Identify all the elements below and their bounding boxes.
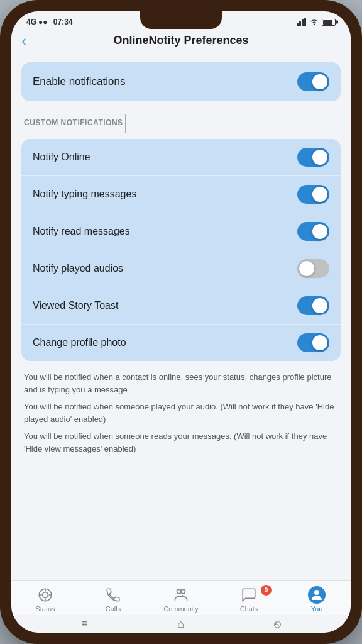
notify-typing-toggle[interactable] <box>297 185 329 204</box>
section-divider <box>125 114 126 133</box>
signal-bars: ●● <box>38 18 48 26</box>
svg-rect-3 <box>304 18 306 26</box>
svg-point-12 <box>181 589 185 594</box>
bottom-nav: Status Calls <box>11 580 351 615</box>
home-indicator: ≡ ⌂ ⎋ <box>11 615 351 633</box>
chats-label: Chats <box>240 605 258 613</box>
notify-online-label: Notify Online <box>33 152 90 163</box>
description-audio: You will be notified when someone played… <box>21 401 341 425</box>
notify-read-toggle[interactable] <box>297 222 329 241</box>
nav-item-you[interactable]: You <box>283 586 351 613</box>
status-label: Status <box>35 605 55 613</box>
svg-point-6 <box>43 592 48 598</box>
svg-point-4 <box>314 23 315 25</box>
calls-icon <box>104 586 122 604</box>
notify-online-row: Notify Online <box>21 139 341 176</box>
back-button[interactable]: ‹ <box>21 33 26 48</box>
signal-icon <box>297 18 307 26</box>
status-bar: 4G ●● 07:34 <box>11 11 351 29</box>
back-gesture-icon[interactable]: ⎋ <box>274 618 281 631</box>
change-photo-row: Change profile photo <box>21 325 341 361</box>
you-avatar <box>308 586 326 604</box>
notify-audio-label: Notify played audios <box>33 263 123 274</box>
viewed-story-row: Viewed Story Toast <box>21 287 341 325</box>
description-online: You will be notified when a contact is o… <box>21 371 341 396</box>
battery-icon <box>322 19 336 26</box>
custom-notifications-group: Notify Online Notify typing messages Not… <box>21 139 341 361</box>
you-label: You <box>311 605 323 613</box>
notify-read-label: Notify read messages <box>33 226 130 237</box>
phone-frame: 4G ●● 07:34 <box>0 0 362 644</box>
status-left: 4G ●● 07:34 <box>26 18 73 26</box>
wifi-icon <box>309 18 319 26</box>
nav-item-community[interactable]: Community <box>147 586 215 613</box>
header: ‹ OnlineNotity Preferences <box>11 29 351 55</box>
nav-item-status[interactable]: Status <box>11 586 79 613</box>
notify-typing-row: Notify typing messages <box>21 176 341 213</box>
menu-icon[interactable]: ≡ <box>81 618 88 631</box>
toggle-thumb <box>312 74 327 89</box>
nav-item-calls[interactable]: Calls <box>79 586 147 613</box>
viewed-story-label: Viewed Story Toast <box>33 300 118 311</box>
svg-point-13 <box>314 590 319 595</box>
notify-audio-toggle[interactable] <box>297 259 329 278</box>
change-photo-label: Change profile photo <box>33 337 126 348</box>
notify-online-toggle[interactable] <box>297 148 329 167</box>
time-text: 07:34 <box>53 18 73 26</box>
carrier-text: 4G <box>26 18 36 26</box>
phone-screen: 4G ●● 07:34 <box>11 11 351 633</box>
notch <box>140 11 222 29</box>
notify-read-row: Notify read messages <box>21 213 341 250</box>
svg-rect-0 <box>297 23 299 26</box>
description-read: You will be notified when someone reads … <box>21 430 341 455</box>
chats-icon <box>240 586 258 604</box>
community-label: Community <box>163 605 199 613</box>
page-title: OnlineNotity Preferences <box>113 34 248 47</box>
home-icon[interactable]: ⌂ <box>177 618 184 631</box>
enable-notifications-row: Enable notifications <box>21 62 341 101</box>
calls-label: Calls <box>106 605 121 613</box>
custom-notifications-section-title: CUSTOM NOTIFICATIONS <box>21 114 341 133</box>
viewed-story-toggle[interactable] <box>297 296 329 315</box>
enable-notifications-label: Enable notifications <box>33 75 125 88</box>
svg-point-11 <box>177 589 182 594</box>
status-right <box>297 18 336 26</box>
notify-audio-row: Notify played audios <box>21 250 341 287</box>
svg-rect-1 <box>299 21 301 26</box>
chats-badge: 0 <box>261 585 272 596</box>
content-area: Enable notifications CUSTOM NOTIFICATION… <box>11 55 351 580</box>
nav-item-chats[interactable]: 0 Chats <box>215 586 283 613</box>
notify-typing-label: Notify typing messages <box>33 189 136 200</box>
svg-rect-2 <box>302 19 304 26</box>
status-icon <box>36 586 54 604</box>
change-photo-toggle[interactable] <box>297 333 329 352</box>
community-icon <box>172 586 190 604</box>
you-icon <box>308 586 326 604</box>
enable-notifications-toggle[interactable] <box>297 72 329 91</box>
